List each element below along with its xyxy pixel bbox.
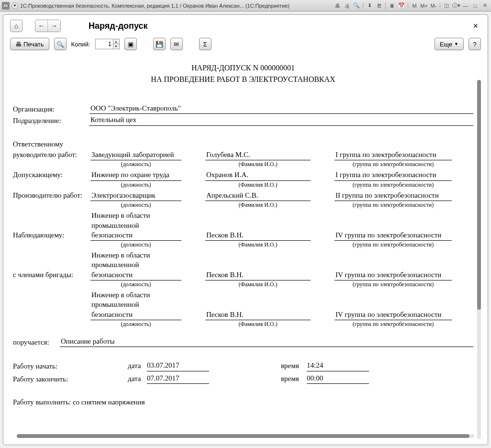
role-position: Заведующий лабораторией [90, 150, 181, 160]
doc-title: НАРЯД-ДОПУСК N 000000001 [13, 63, 473, 73]
assigned-label: поручается: [13, 337, 60, 347]
maximize-button[interactable]: □ [471, 2, 480, 10]
role-position: Инженер по охране труда [90, 170, 181, 180]
print2-icon[interactable]: 🖨 [343, 2, 351, 10]
role-fio: Песков В.Н. [205, 230, 311, 241]
role-position: Инженер в области промышленной безопасно… [90, 211, 181, 241]
printer-icon: 🖶 [15, 41, 22, 48]
export-icon[interactable]: 🖹 [375, 2, 383, 10]
role-position: Инженер в области промышленной безопасно… [90, 290, 181, 320]
copies-up-button[interactable]: ▲ [113, 39, 119, 44]
role-fio: Песков В.Н. [205, 270, 311, 280]
role-fio: Голубева М.С. [205, 150, 311, 160]
role-label: Производителю работ: [13, 190, 90, 201]
role-label: Наблюдающему: [13, 230, 90, 241]
assigned-value: Описание работы [60, 336, 473, 347]
start-label: Работу начать: [13, 361, 128, 371]
mem-mplus-button[interactable]: M+ [420, 2, 428, 10]
role-position: Электрогазосварщик [90, 190, 181, 201]
minimize-button[interactable]: — [461, 2, 470, 10]
role-group: IV группа по электробезопасности [335, 230, 452, 241]
calc-icon[interactable]: 🖩 [388, 2, 396, 10]
app-logo-icon: 1c [2, 2, 10, 10]
app-menu-dropdown[interactable]: ▼ [11, 2, 18, 9]
calendar-icon[interactable]: 📅 [397, 2, 406, 10]
save-icon[interactable]: ⬇ [365, 2, 374, 10]
scrollbar-thumb[interactable] [477, 80, 481, 310]
copies-down-button[interactable]: ▼ [113, 44, 119, 49]
start-date: 03.07.2017 [147, 360, 209, 371]
help-button[interactable]: ? [469, 38, 481, 50]
org-value: ООО "Электрик-Ставрополь" [89, 103, 473, 114]
copies-input[interactable] [95, 39, 113, 49]
print-icon[interactable]: 🖶 [333, 2, 342, 10]
role-fio: Песков В.Н. [205, 310, 311, 320]
mem-mminus-button[interactable]: M- [429, 2, 438, 10]
role-fio: Апрельский С.В. [205, 190, 311, 201]
role-label: руководителю работ: [13, 150, 90, 160]
home-button[interactable]: ⌂ [10, 20, 22, 32]
perform-label: Работу выполнить: со снятием напряжения [13, 397, 473, 407]
document-body: НАРЯД-ДОПУСК N 000000001 НА ПРОВЕДЕНИЕ Р… [3, 55, 488, 412]
finish-date: 07.07.2017 [147, 373, 209, 384]
copies-label: Копий: [71, 41, 90, 48]
collate-button[interactable]: ▣ [124, 38, 137, 50]
finish-time: 00:00 [307, 373, 369, 384]
print-button[interactable]: 🖶 Печать [10, 38, 49, 50]
finish-label: Работу закончить: [13, 374, 128, 384]
horizontal-scrollbar[interactable] [17, 434, 474, 438]
scrollbar-thumb[interactable] [17, 434, 469, 438]
role-group: IV группа по электробезопасности [335, 270, 452, 280]
window-title: 1С:Производственная безопасность. Компле… [20, 3, 290, 9]
dept-label: Подразделение: [13, 116, 89, 125]
role-label: с членами бригады: [13, 270, 90, 280]
mem-m-button[interactable]: M [410, 2, 419, 10]
titlebar: 1c ▼ 1С:Производственная безопасность. К… [0, 0, 491, 11]
org-label: Организация: [13, 104, 89, 114]
page-title: Наряд-допуск [89, 21, 148, 31]
doc-subtitle: НА ПРОВЕДЕНИЕ РАБОТ В ЭЛЕКТРОУСТАНОВКАХ [13, 74, 473, 85]
date-label: дата [128, 374, 147, 384]
chevron-down-icon: ▼ [454, 42, 458, 46]
role-group: II группа по электробезопасности [335, 190, 452, 201]
preview-icon[interactable]: 🔍 [352, 2, 361, 10]
nav-back-button[interactable]: ← [35, 20, 48, 32]
preview-button[interactable]: 🔍 [54, 38, 67, 50]
sum-button[interactable]: Σ [199, 38, 212, 50]
responsible-label: Ответственному [13, 139, 473, 149]
page-close-button[interactable]: × [470, 21, 481, 31]
dept-value: Котельный цех [89, 115, 473, 125]
role-group: I группа по электробезопасности [335, 150, 452, 160]
time-label: время [281, 374, 307, 384]
start-time: 14:24 [307, 360, 369, 371]
panel-icon[interactable]: ◫ [442, 2, 451, 10]
role-group: I группа по электробезопасности [335, 170, 452, 180]
vertical-scrollbar[interactable] [477, 80, 481, 439]
role-fio: Охранов И.А. [205, 170, 311, 180]
nav-forward-button[interactable]: → [48, 20, 60, 32]
role-group: IV группа по электробезопасности [335, 310, 452, 320]
time-label: время [281, 361, 307, 371]
more-button[interactable]: Еще ▼ [435, 38, 464, 50]
email-button[interactable]: ✉ [170, 38, 183, 50]
info-icon[interactable]: ⓘ▾ [452, 2, 460, 10]
date-label: дата [128, 361, 147, 371]
role-position: Инженер в области промышленной безопасно… [90, 250, 181, 280]
save-button[interactable]: 💾 [153, 38, 166, 50]
role-label: Допускающему: [13, 170, 90, 180]
close-button[interactable]: ✕ [480, 2, 489, 10]
